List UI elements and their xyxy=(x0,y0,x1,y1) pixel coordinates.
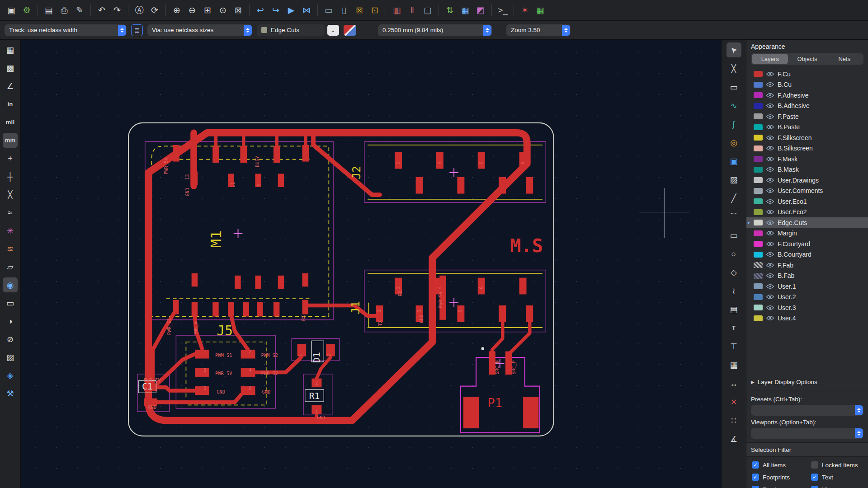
pcb-ref-r1[interactable]: R1 xyxy=(309,391,320,401)
refresh-view-button[interactable]: ⟳ xyxy=(147,3,162,18)
select-tool[interactable]: ➤ xyxy=(726,42,741,57)
tune-length-tool[interactable]: ∫ xyxy=(726,117,741,131)
layer-color-swatch[interactable] xyxy=(754,241,763,247)
layer-row-b-paste[interactable]: B.Paste xyxy=(746,122,868,133)
layer-row-user-4[interactable]: User.4 xyxy=(746,313,868,324)
layer-color-swatch[interactable] xyxy=(754,294,763,300)
visibility-eye-icon[interactable] xyxy=(766,103,774,108)
redo-button[interactable]: ↷ xyxy=(109,3,125,18)
plot-button[interactable]: ✎ xyxy=(72,3,87,18)
color-settings-button[interactable]: ◩ xyxy=(473,3,488,18)
layer-row-b-cu[interactable]: B.Cu xyxy=(746,80,868,90)
track-width-select[interactable]: Track: use netclass width xyxy=(5,24,127,36)
visibility-eye-icon[interactable] xyxy=(766,93,774,98)
layer-color-swatch[interactable] xyxy=(754,198,763,204)
layer-row-user-1[interactable]: User.1 xyxy=(746,281,868,292)
filter-all-items[interactable]: ✓All items xyxy=(752,461,811,469)
undo-button[interactable]: ↶ xyxy=(94,3,109,18)
pcb-ref-m-s[interactable]: M.S xyxy=(510,235,543,257)
filter-footprints[interactable]: ✓Footprints xyxy=(752,474,811,481)
via-display-mode-button[interactable]: ◉ xyxy=(3,277,18,292)
layer-row-f-paste[interactable]: F.Paste xyxy=(746,111,868,122)
layer-color-swatch[interactable] xyxy=(754,92,763,98)
add-dimension-tool[interactable]: ↔ xyxy=(726,376,741,391)
zoom-out-button[interactable]: ⊖ xyxy=(184,3,200,18)
add-image-tool[interactable]: ▤ xyxy=(726,302,741,317)
layer-color-swatch[interactable] xyxy=(754,230,763,236)
visibility-eye-icon[interactable] xyxy=(766,263,774,268)
presets-select[interactable] xyxy=(751,405,863,416)
full-window-crosshair-button[interactable]: ┼ xyxy=(3,169,18,184)
tab-nets[interactable]: Nets xyxy=(826,54,863,64)
layer-color-swatch[interactable] xyxy=(754,315,763,321)
filter-text[interactable]: ✓Text xyxy=(811,474,863,481)
layer-row-f-fab[interactable]: F.Fab xyxy=(746,260,868,271)
visibility-eye-icon[interactable] xyxy=(766,199,774,204)
draw-polygon-tool[interactable]: ◇ xyxy=(726,265,741,280)
layer-color-swatch[interactable] xyxy=(754,220,763,225)
draw-line-tool[interactable]: ╱ xyxy=(726,191,741,206)
pcb-ref-j2[interactable]: J2 xyxy=(350,166,363,179)
visibility-eye-icon[interactable] xyxy=(766,315,774,321)
visibility-eye-icon[interactable] xyxy=(766,124,774,130)
board-setup-button[interactable]: ⚙ xyxy=(19,3,34,18)
pcb-ref-p1[interactable]: P1 xyxy=(487,396,502,410)
layer-row-user-2[interactable]: User.2 xyxy=(746,292,868,303)
layer-row-f-courtyard[interactable]: F.Courtyard xyxy=(746,239,868,249)
netclass-editor-button[interactable]: ≣ xyxy=(131,24,143,36)
footprint-wizard-button[interactable]: ▯ xyxy=(336,3,352,18)
pcb-ref-j1[interactable]: J1 xyxy=(349,301,362,314)
draw-circle-tool[interactable]: ○ xyxy=(726,246,741,261)
ratsnest-visibility-button[interactable]: ╳ xyxy=(3,187,18,202)
layer-row-f-silkscreen[interactable]: F.Silkscreen xyxy=(746,132,868,143)
units-inches-button[interactable]: in xyxy=(3,97,18,112)
local-ratsnest-tool[interactable]: ╳ xyxy=(726,61,741,76)
add-textbox-tool[interactable]: ⊤ xyxy=(726,339,741,354)
grid-overlay-button[interactable]: ▦ xyxy=(533,3,548,18)
layer-pair-button[interactable] xyxy=(344,25,356,36)
footprint-properties-button[interactable]: ▥ xyxy=(389,3,405,18)
zone-display-mode-button[interactable]: ▨ xyxy=(3,350,18,365)
layer-row-margin[interactable]: Margin xyxy=(746,228,868,239)
grid-settings-button[interactable]: ▦ xyxy=(458,3,473,18)
visibility-eye-icon[interactable] xyxy=(766,305,774,310)
page-settings-button[interactable]: ▤ xyxy=(41,3,57,18)
visibility-eye-icon[interactable] xyxy=(766,114,774,119)
visibility-eye-icon[interactable] xyxy=(766,188,774,193)
layer-color-swatch[interactable] xyxy=(754,252,763,258)
zoom-in-button[interactable]: ⊕ xyxy=(169,3,184,18)
curved-ratsnest-button[interactable]: ≈ xyxy=(3,205,18,220)
high-contrast-mode-button[interactable]: ◑ xyxy=(3,314,18,328)
pcb-canvas[interactable]: M1J5J2J1M.SD1R1C1P1P1P2PWR_5V13GNDBUSY11… xyxy=(21,40,721,488)
footprint-tool[interactable]: ▭ xyxy=(726,80,741,94)
units-mm-button[interactable]: mm xyxy=(3,133,18,148)
layer-color-swatch[interactable] xyxy=(754,103,763,109)
checkbox[interactable]: ✓ xyxy=(811,474,818,481)
visibility-eye-icon[interactable] xyxy=(766,135,774,141)
measure-tool[interactable]: ∡ xyxy=(726,432,741,446)
units-mils-button[interactable]: mil xyxy=(3,115,18,130)
pcb-ref-m1[interactable]: M1 xyxy=(208,230,225,248)
mirror-view-button[interactable]: ⋈ xyxy=(299,3,314,18)
visibility-eye-icon[interactable] xyxy=(766,252,774,257)
unlock-button[interactable]: ⊡ xyxy=(367,3,382,18)
add-text-tool[interactable]: T xyxy=(726,320,741,335)
layer-color-swatch[interactable] xyxy=(754,262,763,268)
add-footprint-tool[interactable]: ▣ xyxy=(726,154,741,169)
checkbox[interactable]: ✓ xyxy=(811,486,818,488)
update-pcb-button[interactable]: ⇅ xyxy=(442,3,458,18)
visibility-eye-icon[interactable] xyxy=(766,230,774,236)
via-size-select[interactable]: Via: use netclass sizes xyxy=(147,24,252,36)
layer-color-swatch[interactable] xyxy=(754,82,763,88)
pcb-ref-p2[interactable]: P2 xyxy=(525,414,535,424)
visibility-eye-icon[interactable] xyxy=(766,220,774,225)
visibility-eye-icon[interactable] xyxy=(766,284,774,289)
filter-tracks[interactable]: ✓Tracks xyxy=(752,486,811,488)
layer-row-b-adhesive[interactable]: B.Adhesive xyxy=(746,101,868,112)
visibility-eye-icon[interactable] xyxy=(766,167,774,172)
layer-color-swatch[interactable] xyxy=(754,135,763,141)
active-layer-select[interactable]: Edge.Cuts xyxy=(257,24,325,36)
draw-bezier-tool[interactable]: ≀ xyxy=(726,283,741,298)
net-highlight-button[interactable]: ✳ xyxy=(3,223,18,238)
grid-overrides-button[interactable]: ▩ xyxy=(3,61,18,75)
